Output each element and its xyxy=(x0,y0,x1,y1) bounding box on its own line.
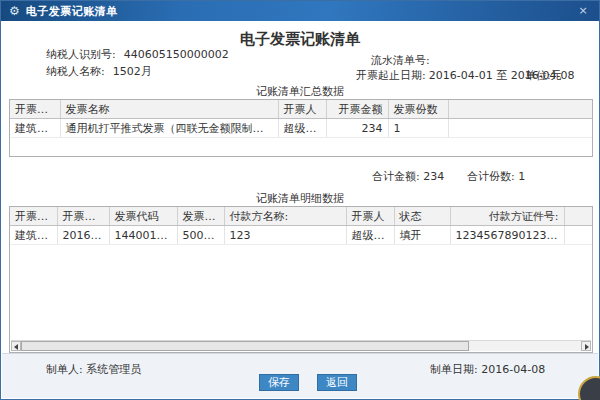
summary-cell-invoice-name: 通用机打平推式发票（四联无金额限制版·210mm×139... xyxy=(60,119,278,138)
unit-label: 单位:元 xyxy=(525,68,562,83)
detail-cell-issuer: 超级管理员 xyxy=(346,226,394,245)
scrollbar-thumb[interactable] xyxy=(21,341,469,351)
detail-table: 开票项目 开票日期 发票代码 发票号码 付款方名称: 开票人 状态 付款方证件号… xyxy=(9,206,593,353)
title-bar: ⚙ 电子发票记账清单 × xyxy=(1,1,599,21)
detail-cell-invoice-code: 144001402130 xyxy=(109,226,177,245)
taxpayer-id-field: 纳税人识别号:440605150000002 xyxy=(46,47,229,62)
detail-cell-status: 填开 xyxy=(394,226,450,245)
create-date-field: 制单日期: 2016-04-08 xyxy=(430,362,545,377)
taxpayer-name-value: 1502月 xyxy=(113,65,152,78)
total-count-value: 1 xyxy=(518,170,525,183)
detail-col-date: 开票日期 xyxy=(57,207,109,226)
window-title: 电子发票记账清单 xyxy=(26,4,118,19)
summary-cell-copies: 1 xyxy=(388,119,448,138)
creator-value: 系统管理员 xyxy=(86,363,141,376)
date-range-label: 开票起止日期: xyxy=(356,69,426,82)
total-amount-label: 合计金额: xyxy=(372,170,420,183)
detail-col-item: 开票项目 xyxy=(10,207,57,226)
floating-assistant-icon[interactable] xyxy=(578,376,600,400)
app-window: ⚙ 电子发票记账清单 × 电子发票记账清单 纳税人识别号:44060515000… xyxy=(0,0,600,400)
creator-label: 制单人: xyxy=(46,363,83,376)
summary-section-title: 记账清单汇总数据 xyxy=(1,84,599,99)
detail-cell-invoice-no: 50010712 xyxy=(177,226,224,245)
detail-col-payer-id: 付款方证件号: xyxy=(450,207,564,226)
summary-col-copies: 发票份数 xyxy=(388,100,448,119)
close-icon[interactable]: × xyxy=(575,3,591,19)
detail-col-issuer: 开票人 xyxy=(346,207,394,226)
detail-cell-date: 20160408 xyxy=(57,226,109,245)
creator-field: 制单人: 系统管理员 xyxy=(46,362,141,377)
back-button[interactable]: 返回 xyxy=(317,374,357,391)
taxpayer-name-field: 纳税人名称:1502月 xyxy=(46,64,152,79)
detail-cell-payer-id: 123456789012345 xyxy=(450,226,564,245)
detail-cell-item: 建筑装饰业 xyxy=(10,226,57,245)
footer-bar: 制单人: 系统管理员 制单日期: 2016-04-08 保存 返回 xyxy=(2,353,598,398)
detail-table-row[interactable]: 建筑装饰业 20160408 144001402130 50010712 123… xyxy=(10,226,592,245)
summary-table-row[interactable]: 建筑装饰业 通用机打平推式发票（四联无金额限制版·210mm×139... 超级… xyxy=(10,119,592,138)
summary-col-item: 开票项目 xyxy=(10,100,60,119)
detail-header-row: 开票项目 开票日期 发票代码 发票号码 付款方名称: 开票人 状态 付款方证件号… xyxy=(10,207,592,226)
total-count-label: 合计份数: xyxy=(467,170,515,183)
taxpayer-id-label: 纳税人识别号: xyxy=(46,48,116,61)
scroll-right-arrow-icon[interactable] xyxy=(581,341,591,351)
taxpayer-id-value: 440605150000002 xyxy=(124,48,229,61)
serial-no-field: 流水清单号: xyxy=(371,53,438,68)
summary-cell-issuer: 超级管理员 xyxy=(278,119,326,138)
detail-col-status: 状态 xyxy=(394,207,450,226)
detail-cell-filler xyxy=(564,226,592,245)
scroll-left-arrow-icon[interactable] xyxy=(11,341,21,351)
summary-col-issuer: 开票人 xyxy=(278,100,326,119)
summary-col-filler xyxy=(448,100,592,119)
gear-icon: ⚙ xyxy=(9,5,20,17)
create-date-label: 制单日期: xyxy=(430,363,478,376)
total-amount-value: 234 xyxy=(423,170,444,183)
summary-cell-filler xyxy=(448,119,592,138)
summary-cell-item: 建筑装饰业 xyxy=(10,119,60,138)
taxpayer-name-label: 纳税人名称: xyxy=(46,65,105,78)
summary-col-amount: 开票金额 xyxy=(326,100,388,119)
create-date-value: 2016-04-08 xyxy=(481,363,545,376)
detail-col-invoice-code: 发票代码 xyxy=(109,207,177,226)
detail-col-invoice-no: 发票号码 xyxy=(177,207,224,226)
horizontal-scrollbar[interactable] xyxy=(11,340,591,351)
summary-cell-amount: 234 xyxy=(326,119,388,138)
summary-header-row: 开票项目 发票名称 开票人 开票金额 发票份数 xyxy=(10,100,592,119)
summary-table: 开票项目 发票名称 开票人 开票金额 发票份数 建筑装饰业 通用机打平推式发票（… xyxy=(9,99,593,157)
detail-section-title: 记账清单明细数据 xyxy=(1,191,599,206)
serial-no-label: 流水清单号: xyxy=(371,54,430,67)
summary-col-invoice-name: 发票名称 xyxy=(60,100,278,119)
detail-col-payer-name: 付款方名称: xyxy=(224,207,346,226)
detail-cell-payer-name: 123 xyxy=(224,226,346,245)
detail-col-filler xyxy=(564,207,592,226)
save-button[interactable]: 保存 xyxy=(259,374,299,391)
